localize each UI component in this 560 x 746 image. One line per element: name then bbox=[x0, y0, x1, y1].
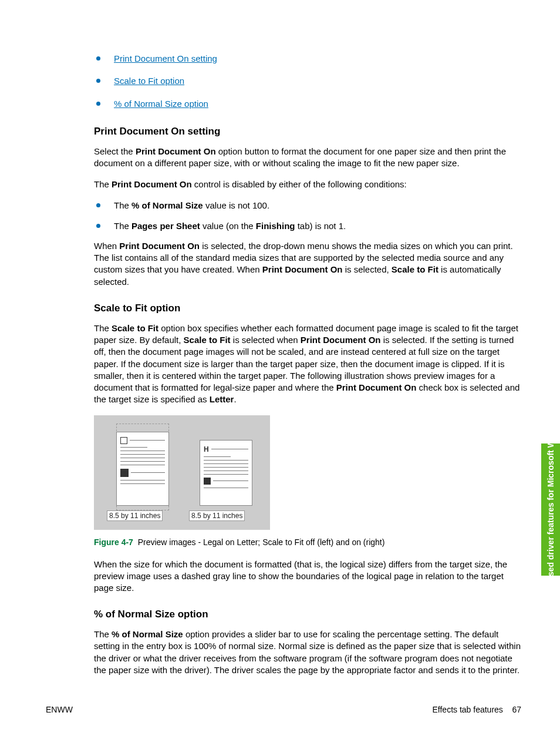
toc-item: Scale to Fit option bbox=[94, 75, 525, 87]
side-tab: Host-based driver features for Microsoft… bbox=[541, 443, 560, 576]
toc-link[interactable]: Scale to Fit option bbox=[114, 76, 184, 86]
toc-link[interactable]: Print Document On setting bbox=[114, 53, 217, 63]
body-text: When the size for which the document is … bbox=[94, 559, 525, 594]
figure-caption: Figure 4-7 Preview images - Legal on Let… bbox=[94, 537, 525, 548]
preview-page-right: H bbox=[200, 440, 252, 506]
document-page: Print Document On setting Scale to Fit o… bbox=[0, 0, 560, 746]
footer-right: Effects tab features 67 bbox=[432, 704, 521, 715]
heading-print-document-on: Print Document On setting bbox=[94, 125, 525, 139]
body-text: Select the Print Document On option butt… bbox=[94, 146, 525, 170]
list-item: The % of Normal Size value is not 100. bbox=[94, 200, 525, 211]
body-text: The Scale to Fit option box specifies wh… bbox=[94, 322, 525, 406]
body-text: The Print Document On control is disable… bbox=[94, 179, 525, 190]
heading-scale-to-fit: Scale to Fit option bbox=[94, 302, 525, 315]
body-text: The % of Normal Size option provides a s… bbox=[94, 629, 525, 676]
preview-page-left bbox=[116, 432, 169, 506]
size-label-left: 8.5 by 11 inches bbox=[107, 510, 163, 521]
footer-left: ENWW bbox=[46, 704, 73, 715]
toc-list: Print Document On setting Scale to Fit o… bbox=[94, 53, 525, 110]
list-item: The Pages per Sheet value (on the Finish… bbox=[94, 220, 525, 232]
body-text: When Print Document On is selected, the … bbox=[94, 240, 525, 288]
heading-percent-normal: % of Normal Size option bbox=[94, 608, 525, 621]
size-label-right: 8.5 by 11 inches bbox=[189, 510, 245, 521]
figure-preview: H 8.5 by 11 inches 8.5 by 11 inches bbox=[94, 415, 270, 530]
toc-link[interactable]: % of Normal Size option bbox=[114, 99, 208, 109]
side-tab-text: Host-based driver features for Microsoft… bbox=[546, 412, 555, 607]
conditions-list: The % of Normal Size value is not 100. T… bbox=[94, 200, 525, 232]
toc-item: Print Document On setting bbox=[94, 53, 525, 65]
toc-item: % of Normal Size option bbox=[94, 98, 525, 110]
